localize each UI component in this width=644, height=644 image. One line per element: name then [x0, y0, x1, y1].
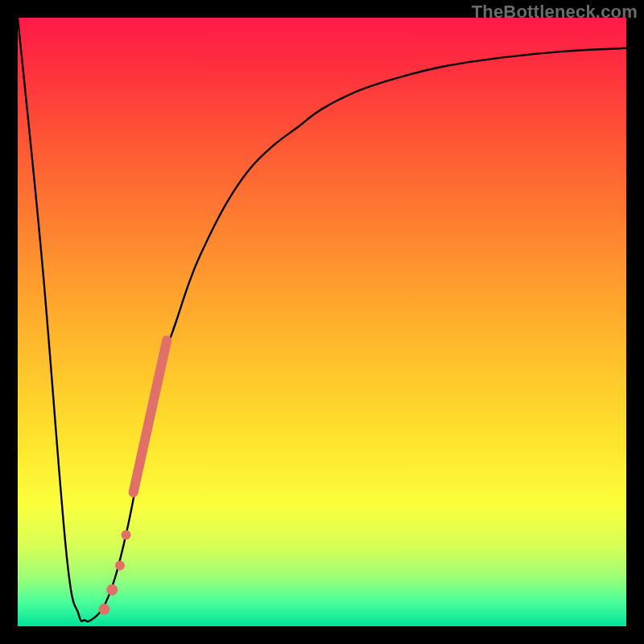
watermark-text: TheBottleneck.com [472, 2, 638, 23]
dot-4 [98, 604, 109, 615]
dot-3 [106, 584, 118, 596]
chart-frame: TheBottleneck.com [0, 0, 644, 644]
curve-group [18, 18, 626, 621]
curve-markers [98, 341, 167, 615]
dot-2 [115, 560, 125, 570]
bottleneck-curve-svg [18, 18, 626, 626]
dot-1 [122, 530, 131, 540]
thick-segment [134, 341, 167, 493]
plot-area [18, 18, 626, 626]
bottleneck-curve [18, 18, 626, 621]
